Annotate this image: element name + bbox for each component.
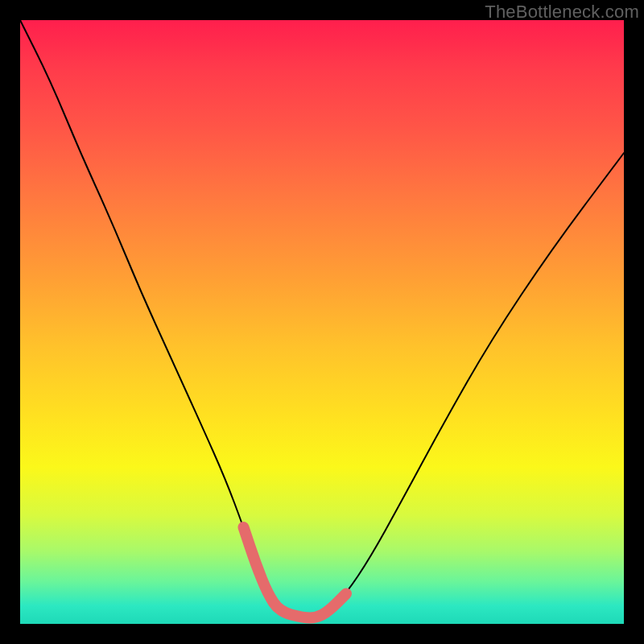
chart-highlight (244, 527, 347, 618)
chart-curve (20, 20, 624, 618)
plot-area (20, 20, 624, 624)
chart-svg (20, 20, 624, 624)
watermark-text: TheBottleneck.com (485, 2, 639, 23)
chart-container: TheBottleneck.com (0, 0, 644, 644)
